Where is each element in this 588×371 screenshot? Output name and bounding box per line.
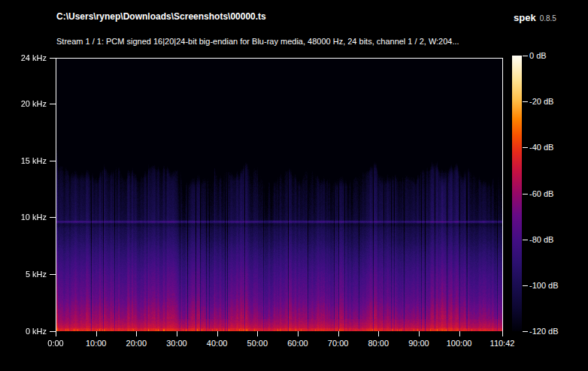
time-tick-label: 10:00: [78, 339, 114, 348]
time-tick-label: 80:00: [360, 339, 396, 348]
time-tick: [502, 331, 503, 336]
time-tick: [257, 331, 258, 336]
time-tick: [136, 331, 137, 336]
freq-tick: [50, 161, 56, 161]
app-name: spek: [514, 12, 536, 23]
time-tick: [338, 331, 339, 336]
file-path-title: C:\Users\rynep\Downloads\Screenshots\000…: [56, 11, 266, 22]
spek-window: C:\Users\rynep\Downloads\Screenshots\000…: [0, 0, 588, 371]
freq-tick: [50, 58, 56, 59]
time-tick-label: 40:00: [199, 339, 235, 348]
db-tick-label: -60 dB: [529, 190, 553, 198]
time-tick-label: 100:00: [441, 339, 477, 348]
time-tick-label: 0:00: [38, 339, 74, 348]
time-tick-label: 70:00: [320, 339, 356, 348]
db-tick: [523, 331, 528, 332]
db-tick-label: -80 dB: [529, 236, 553, 244]
time-tick-label: 20:00: [118, 339, 154, 348]
db-tick-label: 0 dB: [529, 52, 547, 60]
db-tick-label: -40 dB: [529, 143, 553, 152]
time-tick: [298, 331, 299, 336]
db-tick: [523, 101, 528, 102]
freq-tick-label: 5 kHz: [12, 270, 47, 279]
freq-tick-label: 15 kHz: [12, 157, 47, 165]
db-tick-label: -120 dB: [529, 327, 559, 336]
time-tick: [378, 331, 379, 336]
time-tick: [217, 331, 218, 336]
db-tick: [523, 147, 528, 148]
db-tick-label: -100 dB: [529, 282, 559, 290]
freq-tick: [50, 331, 56, 332]
spectrogram-canvas: [56, 59, 502, 331]
time-tick-label: 50:00: [239, 339, 275, 348]
db-tick: [523, 240, 528, 240]
time-tick-label: 60:00: [280, 339, 316, 348]
time-tick: [419, 331, 420, 336]
db-tick: [523, 285, 528, 286]
stream-info: Stream 1 / 1: PCM signed 16|20|24-bit bi…: [56, 37, 459, 46]
time-tick: [56, 331, 56, 336]
freq-tick-label: 20 kHz: [12, 100, 47, 108]
time-tick: [96, 331, 97, 336]
time-tick-label: 110:42: [484, 339, 520, 348]
db-tick: [523, 194, 528, 195]
freq-tick: [50, 274, 56, 275]
time-tick-label: 30:00: [159, 339, 195, 348]
app-version: 0.8.5: [540, 14, 556, 23]
freq-tick: [50, 104, 56, 104]
db-legend-gradient: [512, 56, 522, 331]
freq-tick: [50, 217, 56, 218]
time-tick: [177, 331, 177, 336]
time-tick-label: 90:00: [401, 339, 437, 348]
spectrogram-plot: [56, 58, 503, 331]
freq-tick-label: 24 kHz: [12, 54, 47, 62]
freq-tick-label: 10 kHz: [12, 213, 47, 222]
time-tick: [459, 331, 460, 336]
db-tick: [523, 56, 528, 56]
app-brand: spek 0.8.5: [514, 12, 556, 23]
freq-tick-label: 0 kHz: [12, 327, 47, 336]
db-tick-label: -20 dB: [529, 98, 553, 106]
